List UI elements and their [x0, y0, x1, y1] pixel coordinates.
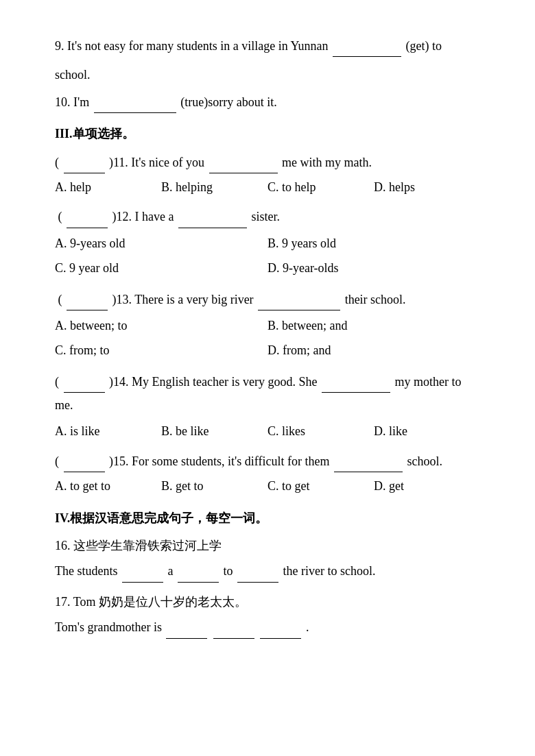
q12-option-d: D. 9-year-olds [268, 256, 480, 280]
q12-text2: sister. [251, 210, 280, 223]
q11-text: It's nice of you [131, 156, 204, 169]
q13-paren: ( [55, 293, 62, 306]
q11-paren-blank[interactable] [64, 151, 105, 173]
q12-paren-blank[interactable] [67, 205, 108, 228]
q14-paren: ( [55, 375, 59, 389]
q15-paren-close: )15. [109, 454, 129, 468]
q13-option-d: D. from; and [268, 338, 480, 363]
q13-option-a: A. between; to [55, 313, 268, 338]
q15-paren-blank[interactable] [64, 450, 105, 472]
q16-english: The students [55, 564, 118, 578]
q17-end: . [306, 620, 309, 634]
question-11: ( )11. It's nice of you me with my math.… [55, 151, 480, 199]
q12-option-b: B. 9 years old [268, 231, 480, 256]
q11-paren-close: )11. [109, 156, 128, 169]
q12-options: A. 9-years old B. 9 years old C. 9 year … [55, 231, 480, 281]
q17-chinese: Tom 奶奶是位八十岁的老太太。 [73, 595, 247, 609]
question-14: ( )14. My English teacher is very good. … [55, 370, 480, 443]
q11-options: A. help B. helping C. to help D. helps [55, 176, 480, 198]
q14-continuation: me. [55, 394, 480, 416]
q11-option-b: B. helping [161, 176, 268, 198]
q11-paren: ( [55, 156, 59, 169]
q13-blank[interactable] [258, 288, 340, 310]
question-10: 10. I'm (true)sorry about it. [55, 90, 480, 113]
q16-blank1[interactable] [122, 559, 163, 582]
q15-option-a: A. to get to [55, 475, 161, 497]
q14-option-b: B. be like [161, 420, 268, 442]
q11-text2: me with my math. [282, 156, 372, 169]
q12-text: I have a [135, 210, 174, 223]
q16-blank2[interactable] [178, 559, 219, 582]
q9-number: 9. [55, 39, 64, 53]
q14-option-a: A. is like [55, 420, 161, 442]
q13-paren-blank[interactable] [67, 288, 108, 310]
question-15: ( )15. For some students, it's difficult… [55, 450, 480, 498]
q11-option-d: D. helps [374, 176, 480, 198]
section-4-header: IV.根据汉语意思完成句子，每空一词。 [55, 507, 480, 529]
q16-number: 16. [55, 539, 71, 552]
q10-blank1[interactable] [94, 90, 176, 113]
q13-option-b: B. between; and [268, 313, 480, 338]
q15-option-c: C. to get [268, 475, 374, 497]
q11-option-a: A. help [55, 176, 161, 198]
question-13: ( )13. There is a very big river their s… [55, 288, 480, 363]
q16-end: the river to school. [283, 564, 376, 578]
section-3-header: III.单项选择。 [55, 123, 480, 145]
q14-paren-blank[interactable] [64, 370, 105, 393]
q16-to-word: to [224, 564, 233, 578]
q15-text: For some students, it's difficult for th… [132, 454, 329, 468]
q12-option-c: C. 9 year old [55, 256, 268, 280]
q17-blank1[interactable] [166, 615, 207, 638]
q17-english: Tom's grandmother is [55, 620, 162, 634]
q9-text2: (get) to [406, 39, 442, 53]
question-12: ( )12. I have a sister. A. 9-years old B… [55, 205, 480, 280]
q16-blank3[interactable] [237, 559, 278, 582]
q14-blank[interactable] [322, 370, 390, 393]
q17-blank2[interactable] [213, 615, 254, 638]
q15-option-d: D. get [374, 475, 480, 497]
q14-text2: my mother to [394, 375, 461, 389]
q14-options: A. is like B. be like C. likes D. like [55, 420, 480, 442]
q16-a-word: a [168, 564, 174, 578]
q15-text2: school. [407, 454, 442, 468]
q16-chinese: 这些学生靠滑铁索过河上学 [73, 539, 222, 552]
q12-blank[interactable] [178, 205, 247, 228]
q14-option-c: C. likes [268, 420, 374, 442]
q13-options: A. between; to B. between; and C. from; … [55, 313, 480, 363]
q14-paren-close: )14. [109, 375, 129, 389]
q9-text1: It's not easy for many students in a vil… [67, 39, 329, 53]
q15-options: A. to get to B. get to C. to get D. get [55, 475, 480, 497]
q15-blank[interactable] [334, 450, 403, 472]
q13-text: There is a very big river [134, 293, 253, 306]
q10-text1: I'm [73, 95, 89, 109]
page-content: 9. It's not easy for many students in a … [55, 34, 480, 639]
question-9: 9. It's not easy for many students in a … [55, 34, 480, 57]
q17-blank3[interactable] [260, 615, 301, 638]
q9-blank1[interactable] [333, 34, 401, 57]
q12-option-a: A. 9-years old [55, 231, 268, 256]
q11-blank[interactable] [209, 151, 278, 173]
q12-paren-close: )12. [112, 210, 132, 223]
q17-number: 17. [55, 595, 71, 609]
q13-option-c: C. from; to [55, 338, 268, 363]
q11-option-c: C. to help [268, 176, 374, 198]
q14-option-d: D. like [374, 420, 480, 442]
q15-option-b: B. get to [161, 475, 268, 497]
question-17: 17. Tom 奶奶是位八十岁的老太太。 Tom's grandmother i… [55, 591, 480, 639]
q9-continuation: school. [55, 64, 480, 86]
q10-number: 10. [55, 95, 71, 109]
q10-text2: (true)sorry about it. [180, 95, 276, 109]
q15-paren: ( [55, 454, 59, 468]
question-16: 16. 这些学生靠滑铁索过河上学 The students a to the r… [55, 535, 480, 583]
q13-paren-close: )13. [112, 293, 132, 306]
q13-text2: their school. [345, 293, 406, 306]
q12-paren: ( [55, 210, 62, 223]
q14-text: My English teacher is very good. She [132, 375, 317, 389]
